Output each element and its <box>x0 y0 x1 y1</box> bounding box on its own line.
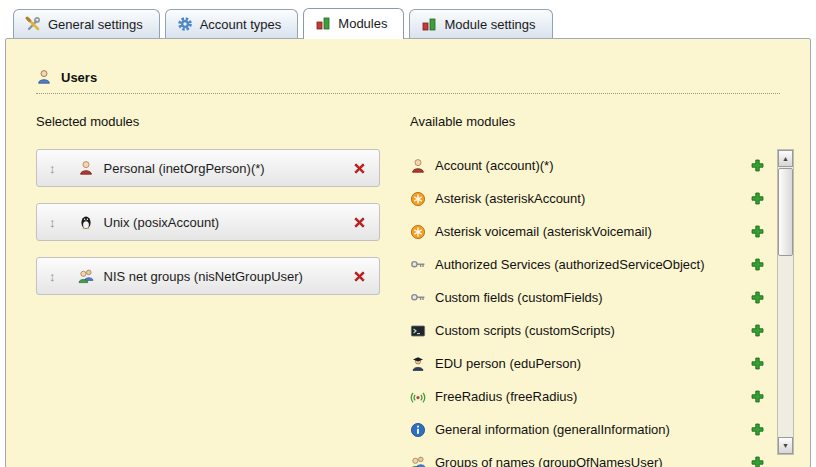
available-module-row: Account (account)(*) <box>410 149 777 182</box>
add-module-button[interactable] <box>750 323 765 338</box>
delete-cross-icon <box>352 269 367 284</box>
drag-handle-icon[interactable]: ↕ <box>49 216 56 229</box>
tab-label: Account types <box>200 17 282 32</box>
terminal-icon <box>410 323 426 339</box>
tab-general-settings[interactable]: General settings <box>13 9 160 38</box>
info-icon <box>410 422 426 438</box>
add-module-button[interactable] <box>750 455 765 467</box>
plus-icon <box>750 290 765 305</box>
available-module-label: Groups of names (groupOfNamesUser) <box>435 455 663 467</box>
lam-configuration-page: General settings Account types Modules M… <box>0 0 816 467</box>
plus-icon <box>750 356 765 371</box>
available-module-label: Custom fields (customFields) <box>435 290 603 305</box>
plus-icon <box>750 389 765 404</box>
add-module-button[interactable] <box>750 191 765 206</box>
tab-modules[interactable]: Modules <box>303 8 404 39</box>
remove-module-button[interactable] <box>352 215 367 230</box>
add-module-button[interactable] <box>750 158 765 173</box>
modules-columns: Selected modules ↕ Personal (inetOrgPers… <box>36 114 794 467</box>
tab-bar: General settings Account types Modules M… <box>5 8 811 38</box>
plus-icon <box>750 422 765 437</box>
available-module-label: EDU person (eduPerson) <box>435 356 581 371</box>
add-module-button[interactable] <box>750 224 765 239</box>
plus-icon <box>750 257 765 272</box>
section-title: Users <box>61 70 97 85</box>
add-module-button[interactable] <box>750 257 765 272</box>
module-settings-icon <box>421 16 437 32</box>
available-module-label: Account (account)(*) <box>435 158 554 173</box>
selected-module-row[interactable]: ↕ Unix (posixAccount) <box>36 203 380 241</box>
scrollbar-track[interactable] <box>778 167 793 437</box>
available-module-label: FreeRadius (freeRadius) <box>435 389 577 404</box>
add-module-button[interactable] <box>750 356 765 371</box>
penguin-icon <box>78 214 94 230</box>
plus-icon <box>750 323 765 338</box>
available-module-label: Asterisk voicemail (asteriskVoicemail) <box>435 224 652 239</box>
person-icon <box>78 160 94 176</box>
tab-label: General settings <box>48 17 143 32</box>
down-arrow-icon: ▼ <box>782 442 789 449</box>
person-icon <box>410 158 426 174</box>
modules-panel: Users Selected modules ↕ Personal (inetO… <box>5 38 811 467</box>
plus-icon <box>750 224 765 239</box>
available-module-row: FreeRadius (freeRadius) <box>410 380 777 413</box>
available-module-row: Groups of names (groupOfNamesUser) <box>410 446 777 467</box>
selected-modules-column: Selected modules ↕ Personal (inetOrgPers… <box>36 114 408 467</box>
remove-module-button[interactable] <box>352 161 367 176</box>
remove-module-button[interactable] <box>352 269 367 284</box>
plus-icon <box>750 158 765 173</box>
drag-handle-icon[interactable]: ↕ <box>49 270 56 283</box>
available-modules-list: Account (account)(*) Asterisk (asteriskA… <box>410 149 777 467</box>
delete-cross-icon <box>352 161 367 176</box>
tab-account-types[interactable]: Account types <box>165 9 299 38</box>
group-icon <box>78 268 94 284</box>
selected-module-row[interactable]: ↕ Personal (inetOrgPerson)(*) <box>36 149 380 187</box>
radio-waves-icon <box>410 389 426 405</box>
key-icon <box>410 257 426 273</box>
available-module-row: Asterisk voicemail (asteriskVoicemail) <box>410 215 777 248</box>
delete-cross-icon <box>352 215 367 230</box>
drag-handle-icon[interactable]: ↕ <box>49 162 56 175</box>
available-modules-column: Available modules Account (account)(*) <box>410 114 794 467</box>
available-module-label: Asterisk (asteriskAccount) <box>435 191 585 206</box>
available-module-label: Authorized Services (authorizedServiceOb… <box>435 257 705 272</box>
users-section-header: Users <box>36 69 780 94</box>
scrollbar-thumb[interactable] <box>778 168 793 256</box>
available-module-row: EDU person (eduPerson) <box>410 347 777 380</box>
available-module-row: Authorized Services (authorizedServiceOb… <box>410 248 777 281</box>
gear-icon <box>177 16 193 32</box>
asterisk-icon <box>410 224 426 240</box>
selected-module-label: NIS net groups (nisNetGroupUser) <box>104 269 303 284</box>
tab-module-settings[interactable]: Module settings <box>409 9 552 38</box>
add-module-button[interactable] <box>750 389 765 404</box>
scroll-down-button[interactable]: ▼ <box>778 437 793 454</box>
selected-module-row[interactable]: ↕ NIS net groups (nisNetGroupUser) <box>36 257 380 295</box>
add-module-button[interactable] <box>750 422 765 437</box>
available-module-label: General information (generalInformation) <box>435 422 670 437</box>
group-icon <box>410 455 426 467</box>
available-module-row: Asterisk (asteriskAccount) <box>410 182 777 215</box>
available-module-row: General information (generalInformation) <box>410 413 777 446</box>
asterisk-icon <box>410 191 426 207</box>
available-modules-heading: Available modules <box>410 114 794 129</box>
tab-label: Modules <box>338 16 387 31</box>
available-module-label: Custom scripts (customScripts) <box>435 323 615 338</box>
available-module-row: Custom fields (customFields) <box>410 281 777 314</box>
up-arrow-icon: ▲ <box>782 155 789 162</box>
key-icon <box>410 290 426 306</box>
add-module-button[interactable] <box>750 290 765 305</box>
user-icon <box>36 69 52 85</box>
selected-module-label: Unix (posixAccount) <box>104 215 220 230</box>
scrollbar[interactable]: ▲ ▼ <box>777 149 794 455</box>
edu-person-icon <box>410 356 426 372</box>
selected-module-label: Personal (inetOrgPerson)(*) <box>104 161 265 176</box>
tab-label: Module settings <box>444 17 535 32</box>
plus-icon <box>750 455 765 467</box>
plus-icon <box>750 191 765 206</box>
selected-modules-heading: Selected modules <box>36 114 408 129</box>
available-modules-list-area: Account (account)(*) Asterisk (asteriskA… <box>410 149 794 467</box>
available-module-row: Custom scripts (customScripts) <box>410 314 777 347</box>
tools-icon <box>25 16 41 32</box>
modules-icon <box>315 15 331 31</box>
scroll-up-button[interactable]: ▲ <box>778 150 793 167</box>
